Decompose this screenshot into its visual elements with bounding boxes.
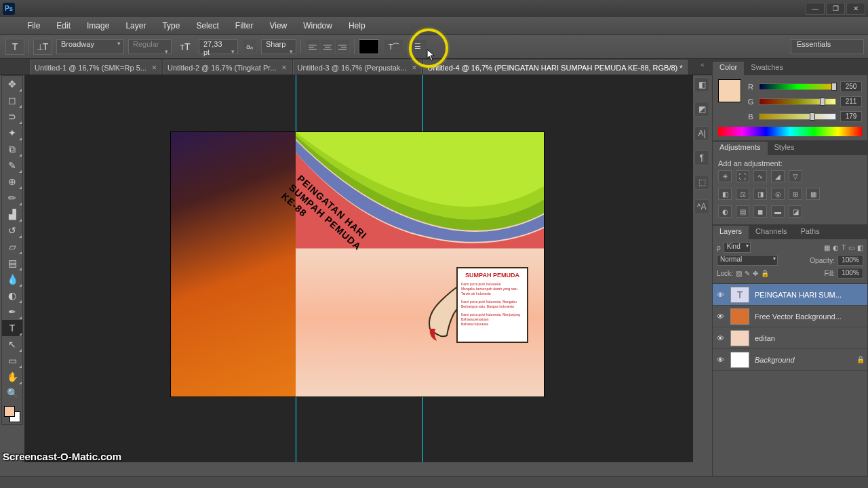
menu-layer[interactable]: Layer (119, 19, 153, 33)
styles-panel-icon[interactable]: ⬚ (694, 175, 709, 190)
lock-transparency-icon[interactable]: ▨ (736, 270, 742, 277)
tab-styles[interactable]: Styles (768, 142, 802, 155)
adj-threshold-icon[interactable]: ◼ (753, 205, 767, 218)
filter-smart-icon[interactable]: ◧ (857, 244, 863, 251)
close-button[interactable]: ✕ (846, 3, 865, 15)
tab-color[interactable]: Color (713, 62, 744, 75)
r-value[interactable]: 250 (840, 81, 862, 92)
move-tool[interactable]: ✥ (2, 76, 22, 92)
visibility-icon[interactable]: 👁 (715, 355, 725, 365)
adj-exposure-icon[interactable]: ◢ (771, 170, 785, 182)
layer-name[interactable]: PEINGATAN HARI SUM... (755, 291, 865, 299)
document-canvas[interactable]: PEINGATAN HARI SUMPAH PEMUDA KE-88 SUMPA… (171, 132, 544, 396)
adj-bw-icon[interactable]: ◨ (753, 188, 767, 200)
color-swatch[interactable] (718, 79, 741, 102)
menu-type[interactable]: Type (155, 19, 186, 33)
workspace[interactable]: PEINGATAN HARI SUMPAH PEMUDA KE-88 SUMPA… (24, 75, 693, 462)
pen-tool[interactable]: ✒ (2, 304, 22, 320)
type-tool[interactable]: T (2, 320, 22, 336)
hand-tool[interactable]: ✋ (2, 369, 22, 385)
marquee-tool[interactable]: ◻ (2, 92, 22, 108)
filter-pixel-icon[interactable]: ▦ (824, 244, 830, 251)
font-size-select[interactable]: 27,33 pt (199, 39, 238, 54)
align-center-icon[interactable] (320, 39, 335, 54)
doc-tab-3[interactable]: Untitled-3 @ 16,7% (Perpustak...× (293, 60, 422, 75)
layer-thumbnail[interactable] (730, 308, 749, 325)
layer-thumbnail[interactable]: T (730, 287, 749, 303)
filter-shape-icon[interactable]: ▭ (848, 244, 854, 251)
visibility-icon[interactable]: 👁 (715, 312, 725, 321)
blur-tool[interactable]: 💧 (2, 271, 22, 287)
menu-window[interactable]: Window (296, 19, 339, 33)
history-brush-tool[interactable]: ↺ (2, 222, 22, 239)
doc-tab-2[interactable]: Untitled-2 @ 16,7% (Tingkat Pr...× (163, 60, 292, 75)
adj-vibrance-icon[interactable]: ▽ (789, 170, 802, 182)
heal-tool[interactable]: ⊕ (2, 174, 22, 190)
fg-bg-colors[interactable] (2, 404, 22, 424)
lock-all-icon[interactable]: 🔒 (761, 270, 769, 277)
filter-adj-icon[interactable]: ◐ (833, 244, 839, 251)
layer-thumbnail[interactable] (730, 330, 749, 346)
lasso-tool[interactable]: ⊃ (2, 108, 22, 125)
align-left-icon[interactable] (305, 39, 320, 54)
tab-close-icon[interactable]: × (412, 63, 417, 73)
layer-name[interactable]: Background (755, 356, 851, 364)
font-style-select[interactable]: Regular (128, 39, 172, 54)
minimize-button[interactable]: — (806, 3, 825, 15)
tab-channels[interactable]: Channels (749, 226, 793, 239)
layer-row[interactable]: 👁 editan (713, 327, 867, 349)
r-slider[interactable] (759, 83, 836, 90)
character-panel-icon[interactable]: ☰ (408, 39, 428, 54)
adj-balance-icon[interactable]: ⚖ (736, 188, 749, 200)
fill-input[interactable]: 100% (837, 268, 863, 279)
brush-tool[interactable]: ✏ (2, 190, 22, 206)
layer-row[interactable]: 👁 Background 🔒 (713, 349, 867, 371)
lock-paint-icon[interactable]: ✎ (745, 270, 750, 277)
gradient-tool[interactable]: ▤ (2, 255, 22, 271)
doc-tab-4[interactable]: Untitled-4 @ 16,7% (PEINGATAN HARI SUMPA… (423, 60, 688, 75)
font-family-select[interactable]: Broadway (56, 39, 124, 54)
adj-invert-icon[interactable]: ◐ (718, 205, 732, 218)
zoom-tool[interactable]: 🔍 (2, 385, 22, 401)
menu-filter[interactable]: Filter (229, 19, 260, 33)
tab-close-icon[interactable]: × (152, 63, 157, 73)
tab-adjustments[interactable]: Adjustments (713, 142, 768, 155)
active-tool-icon[interactable]: T (5, 39, 24, 55)
glyphs-panel-icon[interactable]: ᴬA (694, 199, 709, 214)
adj-levels-icon[interactable]: ⛶ (736, 170, 749, 182)
adj-channel-mixer-icon[interactable]: ⊞ (789, 188, 802, 200)
eyedropper-tool[interactable]: ✎ (2, 157, 22, 174)
adj-photo-filter-icon[interactable]: ◎ (771, 188, 785, 200)
shape-tool[interactable]: ▭ (2, 352, 22, 369)
b-value[interactable]: 179 (840, 111, 862, 122)
adj-gradient-map-icon[interactable]: ▬ (771, 205, 785, 218)
layer-row[interactable]: 👁 Free Vector Background... (713, 306, 867, 327)
stamp-tool[interactable]: ▟ (2, 206, 22, 222)
adj-selective-icon[interactable]: ◪ (789, 205, 802, 218)
paragraph-panel-icon[interactable]: ¶ (694, 150, 709, 165)
menu-help[interactable]: Help (342, 19, 372, 33)
layer-row[interactable]: 👁 T PEINGATAN HARI SUM... (713, 284, 867, 306)
g-value[interactable]: 211 (840, 96, 862, 107)
menu-file[interactable]: File (20, 19, 47, 33)
doc-tab-1[interactable]: Untitled-1 @ 16,7% (SMK=Rp 5...× (30, 60, 161, 75)
g-slider[interactable] (759, 98, 836, 105)
history-panel-icon[interactable]: ◧ (694, 77, 709, 92)
antialiasing-select[interactable]: Sharp (261, 39, 296, 54)
visibility-icon[interactable]: 👁 (715, 333, 725, 343)
path-select-tool[interactable]: ↖ (2, 336, 22, 352)
b-slider[interactable] (759, 113, 836, 120)
text-color-swatch[interactable] (359, 39, 379, 54)
lock-position-icon[interactable]: ✥ (753, 270, 758, 277)
filter-type-icon[interactable]: T (842, 244, 846, 251)
menu-image[interactable]: Image (80, 19, 116, 33)
tab-swatches[interactable]: Swatches (744, 62, 790, 75)
tab-close-icon[interactable]: × (282, 63, 287, 73)
align-right-icon[interactable] (335, 39, 350, 54)
adj-hue-icon[interactable]: ◧ (718, 188, 732, 200)
layer-thumbnail[interactable] (730, 352, 749, 368)
tab-paths[interactable]: Paths (794, 226, 827, 239)
adj-lookup-icon[interactable]: ▦ (806, 188, 820, 200)
menu-edit[interactable]: Edit (50, 19, 77, 33)
layer-name[interactable]: Free Vector Background... (755, 312, 865, 321)
